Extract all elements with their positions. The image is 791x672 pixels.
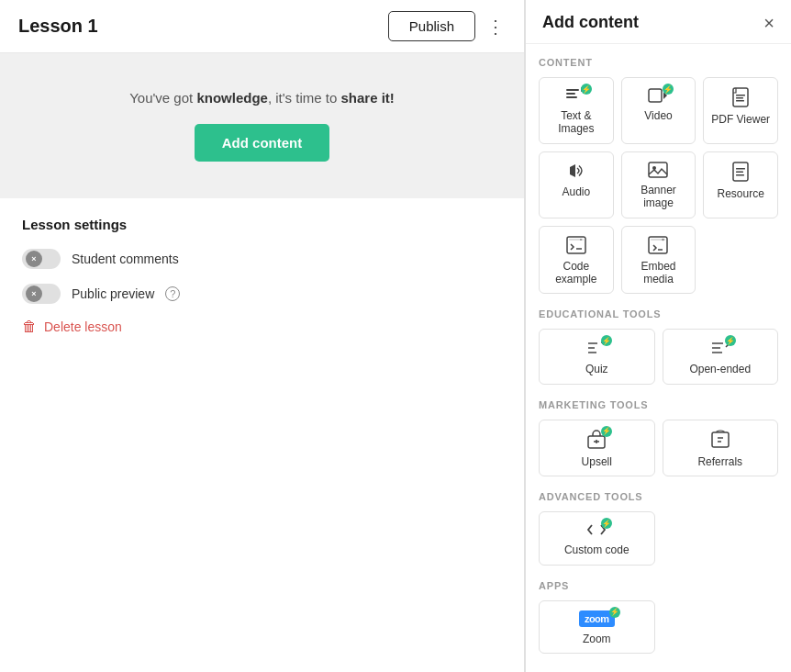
open-ended-label: Open-ended — [689, 363, 751, 375]
audio-label: Audio — [562, 185, 590, 198]
tool-text-images[interactable]: ⚡ Text & Images — [539, 77, 614, 144]
video-label: Video — [644, 109, 672, 122]
close-button[interactable]: × — [763, 14, 774, 32]
public-preview-row: × Public preview ? — [22, 284, 502, 304]
public-preview-toggle[interactable]: × — [22, 284, 61, 304]
delete-label: Delete lesson — [44, 319, 122, 334]
tool-open-ended[interactable]: ⚡ Open-ended — [663, 329, 779, 384]
code-example-label: Code example — [545, 260, 607, 286]
marketing-section-label: MARKETING TOOLS — [539, 399, 778, 410]
upsell-label: Upsell — [582, 455, 612, 468]
referrals-icon — [710, 430, 730, 450]
quiz-icon-wrapper: ⚡ — [586, 339, 607, 357]
referrals-icon-wrapper — [710, 430, 730, 450]
settings-section: Lesson settings × Student comments × Pub… — [0, 198, 524, 672]
toggle-knob-2: × — [26, 286, 42, 302]
audio-icon — [567, 162, 585, 180]
lesson-title: Lesson 1 — [18, 16, 98, 37]
video-icon-wrapper: ⚡ — [648, 87, 668, 104]
left-panel: Lesson 1 Publish ⋮ You've got knowledge,… — [0, 0, 525, 672]
delete-icon: 🗑 — [22, 319, 37, 335]
educational-tools-grid: ⚡ Quiz ⚡ Open-ended — [539, 329, 778, 384]
content-tools-grid: ⚡ Text & Images ⚡ Video — [539, 77, 778, 294]
student-comments-row: × Student comments — [22, 249, 502, 269]
tool-referrals[interactable]: Referrals — [663, 420, 779, 476]
pdf-icon-wrapper — [732, 87, 749, 107]
svg-point-19 — [580, 239, 582, 241]
pdf-label: PDF Viewer — [711, 113, 770, 126]
svg-marker-10 — [570, 164, 575, 177]
resource-icon-wrapper — [732, 162, 749, 182]
embed-media-icon — [648, 236, 668, 254]
tool-upsell[interactable]: ⚡ Upsell — [539, 420, 655, 476]
tool-audio[interactable]: Audio — [539, 151, 614, 218]
referrals-label: Referrals — [697, 455, 742, 468]
tool-resource[interactable]: Resource — [703, 151, 778, 218]
quiz-label: Quiz — [585, 363, 608, 375]
zoom-badge: ⚡ — [609, 607, 620, 618]
add-content-title: Add content — [542, 13, 639, 32]
right-header: Add content × — [526, 0, 791, 44]
apps-grid: zoom ⚡ Zoom — [539, 600, 778, 654]
advanced-section-label: ADVANCED TOOLS — [539, 491, 778, 502]
tool-zoom[interactable]: zoom ⚡ Zoom — [539, 600, 655, 654]
open-ended-icon-wrapper: ⚡ — [710, 339, 730, 357]
advanced-tools-grid: ⚡ Custom code — [539, 511, 778, 565]
svg-rect-9 — [736, 100, 744, 102]
settings-title: Lesson settings — [22, 217, 502, 232]
audio-icon-wrapper — [567, 162, 585, 180]
svg-rect-14 — [736, 168, 745, 170]
tool-embed-media[interactable]: Embed media — [621, 226, 696, 295]
tool-pdf-viewer[interactable]: PDF Viewer — [703, 77, 778, 144]
text-images-label: Text & Images — [545, 109, 607, 136]
embed-media-icon-wrapper — [648, 236, 668, 254]
more-options-icon[interactable]: ⋮ — [486, 16, 506, 38]
svg-rect-11 — [649, 162, 667, 177]
help-icon[interactable]: ? — [165, 286, 180, 301]
banner-label: Banner image — [628, 184, 690, 210]
upsell-badge: ⚡ — [601, 426, 612, 437]
svg-rect-15 — [736, 171, 743, 173]
svg-rect-16 — [736, 174, 744, 176]
right-panel: Add content × CONTENT ⚡ Text & Images — [525, 0, 791, 672]
embed-media-label: Embed media — [628, 260, 690, 286]
content-empty-area: You've got knowledge, it's time to share… — [0, 53, 524, 198]
add-content-button[interactable]: Add content — [195, 124, 330, 162]
left-header: Lesson 1 Publish ⋮ — [0, 0, 524, 53]
zoom-icon-wrapper: zoom ⚡ — [579, 610, 615, 627]
code-example-icon — [566, 236, 586, 254]
tool-quiz[interactable]: ⚡ Quiz — [539, 329, 655, 384]
student-comments-toggle[interactable]: × — [22, 249, 61, 269]
svg-rect-2 — [566, 96, 577, 98]
open-ended-badge: ⚡ — [725, 335, 736, 346]
resource-icon — [732, 162, 749, 182]
tool-custom-code[interactable]: ⚡ Custom code — [539, 511, 655, 565]
text-images-icon-wrapper: ⚡ — [566, 87, 586, 104]
tool-video[interactable]: ⚡ Video — [621, 77, 696, 144]
svg-rect-0 — [566, 89, 579, 91]
custom-code-icon-wrapper: ⚡ — [586, 521, 607, 538]
toggle-knob: × — [26, 251, 42, 267]
svg-rect-1 — [566, 93, 575, 95]
svg-rect-8 — [736, 97, 743, 99]
svg-rect-34 — [712, 432, 729, 447]
custom-code-badge: ⚡ — [601, 518, 612, 529]
content-section-label: CONTENT — [539, 57, 778, 68]
pdf-viewer-icon — [732, 87, 749, 107]
delete-lesson-button[interactable]: 🗑 Delete lesson — [22, 319, 122, 335]
apps-section-label: APPS — [539, 580, 778, 591]
tool-code-example[interactable]: Code example — [539, 226, 614, 295]
right-body: CONTENT ⚡ Text & Images — [526, 44, 791, 672]
publish-button[interactable]: Publish — [388, 11, 475, 41]
tool-banner-image[interactable]: Banner image — [621, 151, 696, 218]
banner-image-icon — [648, 162, 668, 178]
header-actions: Publish ⋮ — [388, 11, 506, 41]
text-images-badge: ⚡ — [581, 84, 592, 95]
zoom-label: Zoom — [583, 633, 611, 645]
public-preview-label: Public preview — [72, 286, 154, 301]
upsell-icon-wrapper: ⚡ — [586, 430, 607, 450]
content-message: You've got knowledge, it's time to share… — [129, 90, 395, 106]
video-badge: ⚡ — [663, 84, 674, 95]
student-comments-label: Student comments — [72, 252, 179, 266]
svg-rect-4 — [649, 89, 662, 102]
